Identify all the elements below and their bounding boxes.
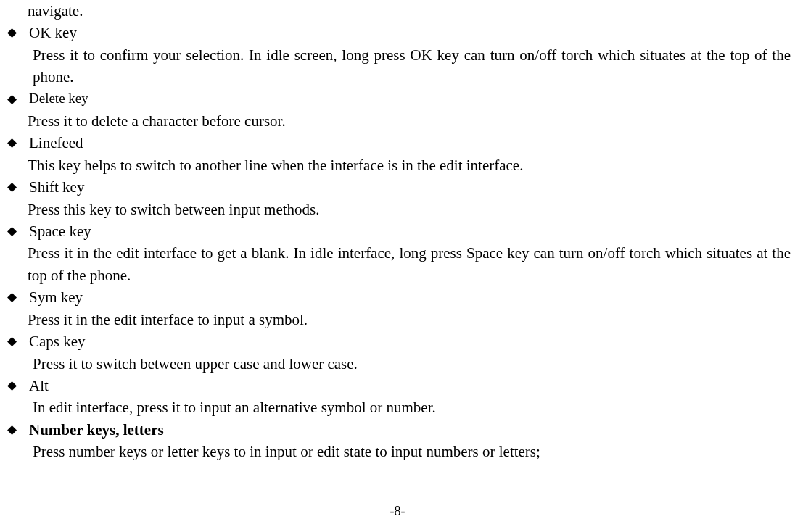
bullet-description: Press this key to switch between input m… (28, 199, 791, 220)
bullet-item: ◆Delete key (6, 88, 792, 110)
prev-line-fragment: navigate. (28, 0, 792, 22)
diamond-icon: ◆ (6, 419, 29, 441)
bullet-description: Press it to switch between upper case an… (33, 353, 791, 375)
bullet-description: Press it in the edit interface to get a … (28, 242, 791, 286)
bullet-item: ◆Sym key (6, 286, 792, 308)
bullet-item: ◆Shift key (6, 176, 792, 198)
diamond-icon: ◆ (6, 22, 29, 43)
bullet-description: Press it to confirm your selection. In i… (33, 44, 791, 88)
bullet-heading: Number keys, letters (29, 419, 792, 441)
bullet-description: Press it in the edit interface to input … (28, 309, 791, 331)
diamond-icon: ◆ (6, 331, 29, 352)
bullet-item: ◆Caps key (6, 331, 792, 352)
bullet-heading: Sym key (29, 286, 792, 308)
bullet-description: Press number keys or letter keys to in i… (33, 441, 791, 462)
bullet-heading: Caps key (29, 331, 792, 352)
diamond-icon: ◆ (6, 176, 29, 198)
bullet-description: This key helps to switch to another line… (28, 154, 791, 176)
bullet-heading: OK key (29, 22, 792, 43)
bullet-heading: Delete key (29, 88, 792, 109)
bullet-item: ◆Space key (6, 220, 792, 242)
bullet-description: In edit interface, press it to input an … (33, 396, 791, 418)
bullet-heading: Alt (29, 375, 792, 396)
bullet-heading: Linefeed (29, 132, 792, 154)
document-page: navigate. ◆OK keyPress it to confirm you… (0, 0, 795, 463)
bullet-heading: Shift key (29, 176, 792, 198)
diamond-icon: ◆ (6, 132, 29, 154)
page-number: -8- (0, 502, 795, 520)
bullet-list: ◆OK keyPress it to confirm your selectio… (6, 22, 792, 462)
bullet-item: ◆Alt (6, 375, 792, 396)
bullet-item: ◆OK key (6, 22, 792, 43)
bullet-heading: Space key (29, 220, 792, 242)
diamond-icon: ◆ (6, 220, 29, 242)
bullet-description: Press it to delete a character before cu… (28, 110, 791, 132)
diamond-icon: ◆ (6, 375, 29, 396)
diamond-icon: ◆ (6, 286, 29, 308)
bullet-item: ◆Linefeed (6, 132, 792, 154)
diamond-icon: ◆ (6, 88, 29, 110)
bullet-item: ◆Number keys, letters (6, 419, 792, 441)
